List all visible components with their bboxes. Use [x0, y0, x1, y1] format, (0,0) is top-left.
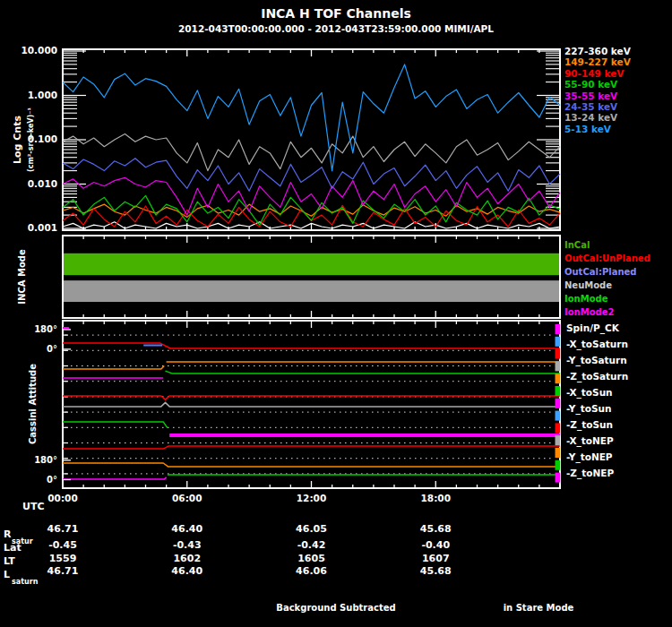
table-cell: 1559 [31, 554, 94, 564]
mode-legend-InCal: InCal [564, 240, 590, 250]
table-cell: -0.43 [156, 540, 219, 551]
tof-legend-24-35-keV: 24-35 keV [564, 102, 617, 113]
table-cell: -0.45 [31, 540, 94, 551]
footer-background-subtracted: Background Subtracted [246, 603, 426, 613]
attitude-ytick-label: 0° [13, 344, 57, 354]
table-row-label-LT: LT [4, 556, 15, 567]
mode-legend-OutCal-Planed: OutCal:Planed [564, 267, 636, 277]
tof-ytick-label: 0.001 [13, 223, 57, 234]
table-cell: 45.68 [404, 524, 467, 535]
tof-legend-90-149-keV: 90-149 keV [564, 69, 625, 80]
attitude-legend-Spin-P-CK: Spin/P_CK [566, 323, 619, 334]
table-cell: 46.06 [280, 566, 343, 577]
table-cell: 1605 [280, 554, 343, 564]
table-cell: 46.40 [156, 524, 219, 535]
utc-tick-label: 12:00 [285, 494, 339, 504]
tof-legend-13-24-keV: 13-24 keV [564, 113, 617, 124]
attitude-ytick-label: 180° [13, 324, 57, 334]
utc-tick-label: 18:00 [409, 494, 462, 504]
tof-legend-35-55-keV: 35-55 keV [564, 91, 617, 102]
attitude-legend--Y-toNEP: -Y_toNEP [566, 452, 613, 463]
mode-legend-OutCal-UnPlaned: OutCal:UnPlaned [564, 253, 650, 263]
table-cell: 1602 [156, 554, 219, 564]
attitude-legend--Y-toSun: -Y_toSun [566, 404, 611, 415]
table-cell: 46.05 [280, 524, 343, 535]
attitude-ytick-label: 0° [13, 475, 57, 485]
page-subtitle: 2012-043T00:00:00.000 - 2012-043T23:59:0… [0, 24, 672, 35]
attitude-legend--Z-toSun: -Z_toSun [566, 420, 613, 431]
attitude-y-axis-label: Cassini Attitude [28, 364, 38, 444]
tof-legend-55-90-keV: 55-90 keV [564, 80, 617, 90]
table-cell: 46.71 [31, 566, 94, 577]
attitude-legend--Z-toNEP: -Z_toNEP [566, 468, 614, 479]
footer-stare-mode: in Stare Mode [476, 603, 601, 613]
tof-legend-227-360-keV: 227-360 keV [564, 47, 631, 57]
mode-y-axis-label: INCA Mode [17, 249, 27, 304]
tof-ytick-label: 1.000 [13, 90, 57, 101]
tof-ytick-label: 0.100 [13, 134, 57, 145]
mode-legend-NeuMode: NeuMode [564, 280, 612, 290]
utc-tick-label: 00:00 [36, 494, 90, 504]
table-cell: 1607 [404, 554, 467, 564]
page-title: INCA H TOF Channels [0, 7, 672, 21]
tof-ytick-label: 0.010 [13, 179, 57, 190]
attitude-legend--X-toSun: -X_toSun [566, 388, 613, 399]
attitude-legend--X-toSaturn: -X_toSaturn [566, 339, 628, 350]
table-cell: -0.42 [280, 540, 343, 551]
attitude-legend--X-toNEP: -X_toNEP [566, 436, 614, 447]
table-row-sublabel-saturn: saturn [12, 579, 38, 587]
mode-legend-IonMode: IonMode [564, 294, 607, 304]
table-row-label-Lat: Lat [4, 543, 22, 554]
tof-ytick-label: 10.000 [13, 46, 57, 56]
table-cell: 46.71 [31, 524, 94, 535]
table-row-label-R: R [4, 529, 11, 540]
mode-legend-IonMode2: IonMode2 [564, 307, 614, 317]
attitude-ytick-label: 180° [13, 455, 57, 465]
tof-legend-5-13-keV: 5-13 keV [564, 125, 611, 135]
table-cell: 45.68 [404, 566, 467, 577]
table-cell: -0.40 [404, 540, 467, 551]
attitude-legend--Y-toSaturn: -Y_toSaturn [566, 356, 627, 366]
attitude-legend--Z-toSaturn: -Z_toSaturn [566, 372, 628, 382]
table-row-label-L: L [4, 570, 10, 580]
utc-tick-label: 06:00 [160, 494, 214, 504]
table-cell: 46.40 [156, 566, 219, 577]
inca-summary-plot: INCA H TOF Channels 2012-043T00:00:00.00… [0, 0, 672, 627]
tof-legend-149-227-keV: 149-227 keV [564, 57, 631, 68]
